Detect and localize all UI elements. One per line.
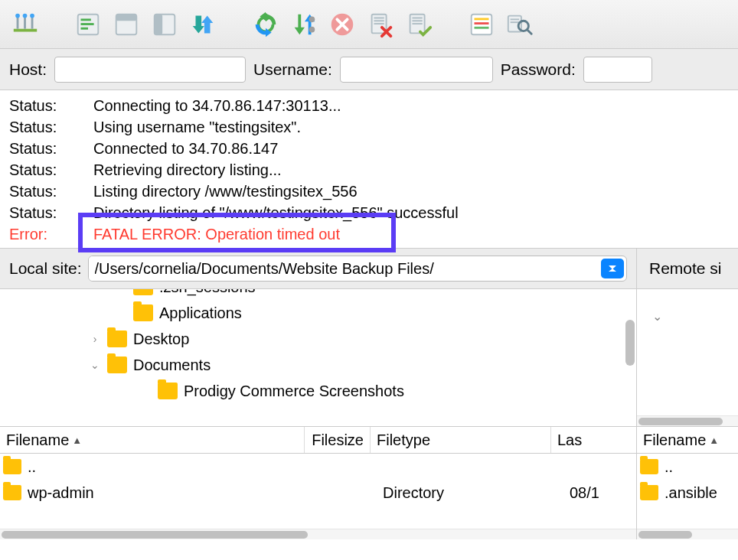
log-message: FATAL ERROR: Operation timed out [93, 223, 729, 245]
remote-file-header: Filename ▲ [637, 426, 738, 454]
scrollbar-vertical[interactable] [625, 320, 635, 366]
local-path-combo[interactable] [88, 256, 627, 282]
file-row[interactable]: wp-adminDirectory08/1 [0, 480, 636, 506]
main-toolbar [0, 0, 738, 49]
file-lastmodified: 08/1 [570, 484, 599, 502]
local-pane: Local site: .zsh_sessionsApplications›De… [0, 249, 637, 426]
password-label: Password: [501, 60, 576, 79]
sort-ascending-icon: ▲ [709, 435, 719, 446]
column-header-filetype[interactable]: Filetype [371, 427, 551, 453]
folder-icon [3, 485, 21, 500]
local-site-bar: Local site: [0, 249, 636, 288]
svg-rect-24 [412, 20, 422, 21]
folder-icon [133, 304, 153, 321]
file-row[interactable]: .ansible [637, 480, 738, 506]
svg-rect-10 [81, 27, 89, 29]
log-line: Status:Using username "testingsitex". [9, 116, 729, 138]
log-label: Status: [9, 181, 93, 202]
username-input[interactable] [340, 57, 493, 83]
column-header-lastmodified[interactable]: Las [551, 427, 636, 453]
column-header-filename[interactable]: Filename ▲ [637, 427, 738, 453]
remote-file-list: Filename ▲ ...ansible [637, 426, 738, 539]
column-header-filename[interactable]: Filename ▲ [0, 427, 305, 453]
site-manager-button[interactable] [8, 7, 43, 42]
quickconnect-toggle-button[interactable] [70, 7, 106, 42]
svg-rect-1 [17, 17, 19, 28]
local-path-dropdown-button[interactable] [601, 259, 624, 278]
refresh-button[interactable] [248, 7, 283, 42]
tree-item-label: Desktop [133, 330, 189, 348]
tree-row[interactable]: ⌄ [637, 303, 738, 329]
search-button[interactable] [502, 7, 537, 42]
chevron-right-icon[interactable]: › [89, 333, 101, 345]
file-name: .. [28, 458, 305, 476]
svg-line-34 [527, 29, 532, 34]
host-input[interactable] [54, 57, 246, 83]
toggle-remote-tree-button[interactable] [147, 7, 182, 42]
log-message: Retrieving directory listing... [93, 159, 729, 181]
scrollbar-horizontal[interactable] [0, 529, 636, 539]
svg-rect-29 [475, 26, 489, 28]
reconnect-button[interactable] [401, 7, 436, 42]
log-label: Status: [9, 202, 93, 223]
local-path-input[interactable] [89, 256, 601, 281]
chevron-down-icon[interactable]: ⌄ [652, 309, 662, 324]
connection-bar: Host: Username: Password: [0, 49, 738, 90]
file-row[interactable]: .. [0, 454, 636, 480]
password-input[interactable] [583, 57, 652, 83]
remote-site-bar: Remote si [637, 249, 738, 288]
svg-point-15 [309, 16, 315, 22]
log-line: Status:Connecting to 34.70.86.147:30113.… [9, 95, 729, 116]
scrollbar-horizontal[interactable] [637, 529, 738, 539]
remote-site-label: Remote si [649, 259, 722, 278]
local-file-header: Filename ▲ Filesize Filetype Las [0, 426, 636, 454]
local-directory-tree[interactable]: .zsh_sessionsApplications›Desktop⌄Docume… [0, 288, 636, 426]
folder-icon [107, 357, 127, 373]
local-file-list: Filename ▲ Filesize Filetype Las ..wp-ad… [0, 426, 637, 539]
tree-row[interactable]: .zsh_sessions [0, 288, 636, 300]
chevron-down-icon[interactable]: ⌄ [89, 359, 101, 371]
remote-directory-tree[interactable]: ⌄ [637, 288, 738, 415]
log-message: Listing directory /www/testingsitex_556 [93, 181, 729, 202]
tree-item-label: Documents [133, 357, 211, 374]
svg-point-6 [30, 13, 34, 18]
svg-rect-21 [374, 23, 384, 24]
folder-icon [107, 330, 127, 347]
tree-item-label: Applications [159, 304, 242, 322]
log-label: Status: [9, 95, 93, 116]
toggle-local-tree-button[interactable] [109, 7, 144, 42]
svg-rect-2 [24, 17, 26, 28]
message-log: Status:Connecting to 34.70.86.147:30113.… [0, 90, 738, 249]
cancel-button[interactable] [325, 7, 360, 42]
file-row[interactable]: .. [637, 454, 738, 480]
remote-file-body[interactable]: ...ansible [637, 454, 738, 529]
local-file-body[interactable]: ..wp-adminDirectory08/1 [0, 454, 636, 529]
svg-rect-0 [14, 28, 37, 31]
tree-row[interactable]: ⌄Documents [0, 352, 636, 378]
svg-rect-19 [374, 17, 384, 18]
svg-rect-14 [155, 14, 162, 34]
process-queue-button[interactable] [286, 7, 322, 42]
transfer-queue-button[interactable] [185, 7, 220, 42]
disconnect-button[interactable] [363, 7, 398, 42]
log-label: Status: [9, 116, 93, 138]
folder-icon [640, 459, 658, 474]
folder-icon [133, 288, 153, 295]
folder-icon [640, 485, 658, 500]
log-label: Status: [9, 159, 93, 181]
log-message: Connecting to 34.70.86.147:30113... [93, 95, 729, 116]
column-header-filesize[interactable]: Filesize [305, 427, 371, 453]
tree-item-label: Prodigy Commerce Screenshots [184, 383, 404, 400]
remote-pane: Remote si ⌄ [637, 249, 738, 426]
log-label: Status: [9, 138, 93, 159]
log-message: Connected to 34.70.86.147 [93, 138, 729, 159]
scrollbar-horizontal[interactable] [637, 415, 738, 426]
tree-row[interactable]: Applications [0, 300, 636, 326]
file-name: .ansible [665, 484, 717, 502]
svg-rect-20 [374, 20, 384, 21]
log-line: Status:Retrieving directory listing... [9, 159, 729, 181]
tree-row[interactable]: ›Desktop [0, 326, 636, 352]
log-message: Using username "testingsitex". [93, 116, 729, 138]
tree-row[interactable]: Prodigy Commerce Screenshots [0, 378, 636, 404]
filter-button[interactable] [464, 7, 499, 42]
